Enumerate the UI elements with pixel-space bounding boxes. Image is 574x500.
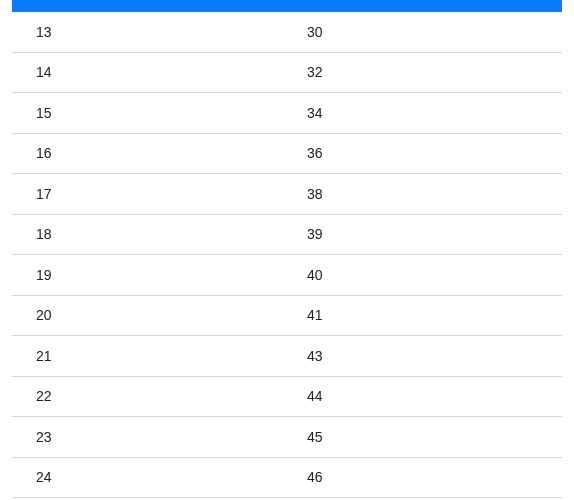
cell-left: 17 xyxy=(12,186,307,202)
table-row: 19 40 xyxy=(12,255,562,296)
table-header-bar xyxy=(12,0,562,12)
table-row: 15 34 xyxy=(12,93,562,134)
cell-right: 46 xyxy=(307,469,562,485)
cell-right: 38 xyxy=(307,186,562,202)
cell-right: 40 xyxy=(307,267,562,283)
table-row: 23 45 xyxy=(12,417,562,458)
cell-right: 36 xyxy=(307,145,562,161)
cell-right: 32 xyxy=(307,64,562,80)
cell-right: 39 xyxy=(307,226,562,242)
cell-right: 30 xyxy=(307,24,562,40)
table-row: 21 43 xyxy=(12,336,562,377)
cell-right: 43 xyxy=(307,348,562,364)
cell-left: 13 xyxy=(12,24,307,40)
cell-left: 14 xyxy=(12,64,307,80)
cell-left: 16 xyxy=(12,145,307,161)
cell-left: 20 xyxy=(12,307,307,323)
cell-left: 21 xyxy=(12,348,307,364)
cell-left: 15 xyxy=(12,105,307,121)
table-row: 14 32 xyxy=(12,53,562,94)
cell-left: 23 xyxy=(12,429,307,445)
cell-left: 18 xyxy=(12,226,307,242)
cell-left: 24 xyxy=(12,469,307,485)
table-row: 20 41 xyxy=(12,296,562,337)
table-row: 16 36 xyxy=(12,134,562,175)
cell-left: 19 xyxy=(12,267,307,283)
cell-right: 45 xyxy=(307,429,562,445)
table-row: 17 38 xyxy=(12,174,562,215)
table-row: 13 30 xyxy=(12,12,562,53)
cell-right: 41 xyxy=(307,307,562,323)
cell-right: 34 xyxy=(307,105,562,121)
table-row: 22 44 xyxy=(12,377,562,418)
cell-right: 44 xyxy=(307,388,562,404)
table-row: 24 46 xyxy=(12,458,562,499)
cell-left: 22 xyxy=(12,388,307,404)
table-row: 18 39 xyxy=(12,215,562,256)
conversion-table: 13 30 14 32 15 34 16 36 17 38 18 39 19 4… xyxy=(12,12,562,498)
